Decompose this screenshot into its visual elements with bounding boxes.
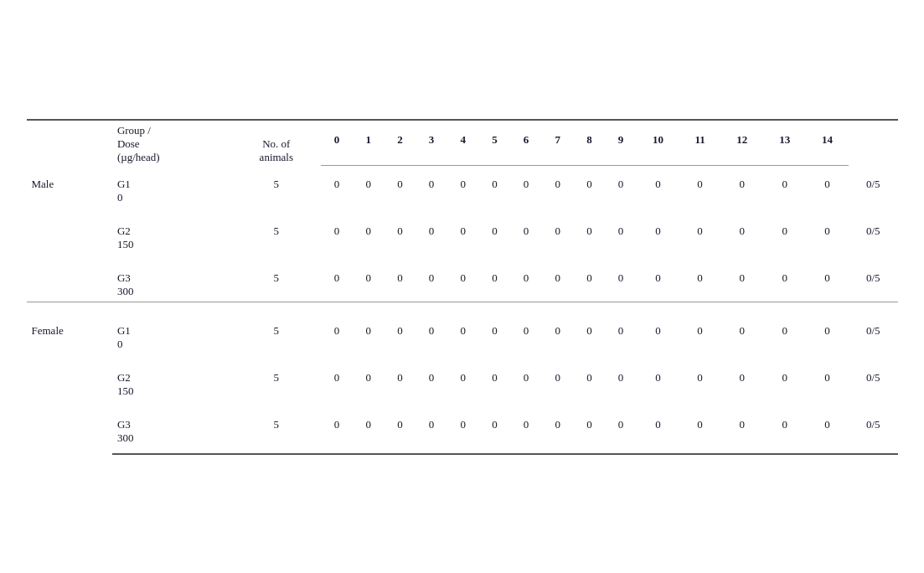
day-10-cell: 0 [637, 312, 679, 354]
day-4-cell: 0 [447, 255, 479, 302]
day-6-cell: 0 [510, 166, 542, 208]
day-3-cell: 0 [416, 166, 447, 208]
day-7-header: 7 [542, 130, 574, 166]
day-6-cell: 0 [510, 401, 542, 454]
group-dose-cell: G3300 [112, 401, 232, 454]
day-9-cell: 0 [605, 354, 637, 401]
day-12-cell: 0 [720, 401, 763, 454]
day-6-cell: 0 [510, 208, 542, 255]
day-6-cell: 0 [510, 312, 542, 354]
day-6-cell: 0 [510, 255, 542, 302]
group-dose-cell: G3300 [112, 255, 232, 302]
day-1-cell: 0 [353, 401, 385, 454]
day-10-cell: 0 [637, 255, 679, 302]
day-7-cell: 0 [542, 354, 574, 401]
animals-cell: 5 [231, 166, 321, 208]
day-8-header: 8 [574, 130, 606, 166]
day-4-cell: 0 [447, 208, 479, 255]
day-10-header: 10 [637, 130, 679, 166]
day-1-cell: 0 [353, 166, 385, 208]
day-9-cell: 0 [605, 401, 637, 454]
day-12-cell: 0 [720, 208, 763, 255]
mortality-header [849, 120, 897, 166]
day-14-cell: 0 [806, 208, 849, 255]
day-4-cell: 0 [447, 354, 479, 401]
main-header-row: Group /Dose(µg/head) No. ofanimals [27, 120, 898, 130]
day-12-cell: 0 [720, 255, 763, 302]
day-14-cell: 0 [806, 312, 849, 354]
table-row: G215050000000000000000/5 [27, 208, 898, 255]
day-9-cell: 0 [605, 208, 637, 255]
day-8-cell: 0 [574, 312, 606, 354]
day-1-header: 1 [353, 130, 385, 166]
separator-cell [27, 302, 898, 312]
sex-cell: Male [27, 166, 112, 302]
day-9-cell: 0 [605, 255, 637, 302]
day-1-cell: 0 [353, 208, 385, 255]
day-8-cell: 0 [574, 255, 606, 302]
group-dose-cell: G10 [112, 312, 232, 354]
day-4-cell: 0 [447, 312, 479, 354]
day-0-cell: 0 [321, 401, 353, 454]
day-8-cell: 0 [574, 401, 606, 454]
day-4-header: 4 [447, 130, 479, 166]
day-8-cell: 0 [574, 208, 606, 255]
day-11-cell: 0 [679, 255, 720, 302]
day-13-cell: 0 [763, 255, 806, 302]
day-11-header: 11 [679, 130, 720, 166]
day-9-header: 9 [605, 130, 637, 166]
day-3-cell: 0 [416, 208, 447, 255]
day-7-cell: 0 [542, 401, 574, 454]
day-10-cell: 0 [637, 166, 679, 208]
table-row: MaleG1050000000000000000/5 [27, 166, 898, 208]
day-2-cell: 0 [385, 354, 416, 401]
day-12-cell: 0 [720, 354, 763, 401]
day-14-cell: 0 [806, 255, 849, 302]
sex-cell: Female [27, 312, 112, 454]
day-7-cell: 0 [542, 312, 574, 354]
table-container: Group /Dose(µg/head) No. ofanimals 0 1 2… [18, 102, 906, 472]
day-3-cell: 0 [416, 255, 447, 302]
day-13-cell: 0 [763, 354, 806, 401]
day-14-cell: 0 [806, 401, 849, 454]
day-2-cell: 0 [385, 255, 416, 302]
day-3-cell: 0 [416, 354, 447, 401]
day-13-cell: 0 [763, 208, 806, 255]
day-2-cell: 0 [385, 166, 416, 208]
animals-cell: 5 [231, 208, 321, 255]
day-6-cell: 0 [510, 354, 542, 401]
day-1-cell: 0 [353, 255, 385, 302]
day-13-cell: 0 [763, 166, 806, 208]
day-0-cell: 0 [321, 166, 353, 208]
day-3-header: 3 [416, 130, 447, 166]
day-11-cell: 0 [679, 354, 720, 401]
day-0-cell: 0 [321, 312, 353, 354]
animals-cell: 5 [231, 401, 321, 454]
day-10-cell: 0 [637, 401, 679, 454]
day-5-cell: 0 [479, 166, 511, 208]
group-dose-cell: G2150 [112, 208, 232, 255]
day-11-cell: 0 [679, 401, 720, 454]
day-5-cell: 0 [479, 255, 511, 302]
table-row: G330050000000000000000/5 [27, 401, 898, 454]
day-7-cell: 0 [542, 166, 574, 208]
day-5-cell: 0 [479, 312, 511, 354]
day-6-header: 6 [510, 130, 542, 166]
animals-cell: 5 [231, 255, 321, 302]
day-13-header: 13 [763, 130, 806, 166]
day-1-cell: 0 [353, 312, 385, 354]
table-row: G215050000000000000000/5 [27, 354, 898, 401]
table-row: G330050000000000000000/5 [27, 255, 898, 302]
day-11-cell: 0 [679, 166, 720, 208]
mortality-cell: 0/5 [849, 208, 897, 255]
day-12-cell: 0 [720, 312, 763, 354]
day-5-header: 5 [479, 130, 511, 166]
day-12-cell: 0 [720, 166, 763, 208]
day-0-header: 0 [321, 130, 353, 166]
day-0-cell: 0 [321, 354, 353, 401]
day-13-cell: 0 [763, 312, 806, 354]
day-13-cell: 0 [763, 401, 806, 454]
day-9-cell: 0 [605, 312, 637, 354]
group-dose-cell: G2150 [112, 354, 232, 401]
day-2-cell: 0 [385, 401, 416, 454]
